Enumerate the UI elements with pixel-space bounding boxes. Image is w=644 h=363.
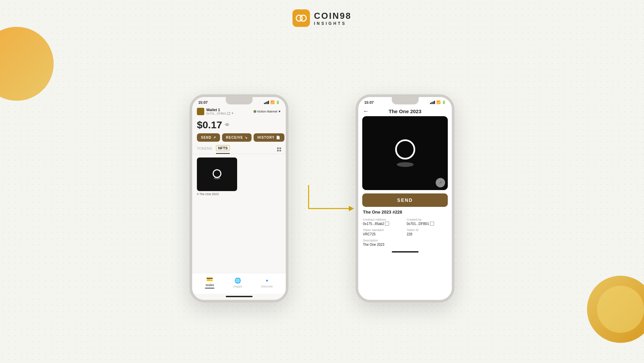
created-by-value: 0x701...DFB01 [407,222,447,226]
header: COIN98 INSIGHTS [292,0,352,34]
share-button[interactable]: ↗ [436,178,445,187]
nft-grid: # The One 2023 [192,154,286,199]
battery-icon: 🔋 [276,100,280,104]
wifi-icon: 📶 [270,100,274,104]
network-dot [254,110,256,113]
copy-creator-icon[interactable] [430,222,434,225]
network-selector[interactable]: Viction Mainnet ▼ [254,110,281,113]
left-phone: 15:07 📶 🔋 [190,94,288,303]
tab-tokens[interactable]: TOKENS [197,146,212,152]
battery-icon-right: 🔋 [442,100,446,104]
spacer [192,199,286,273]
nft-tab-highlight: NFTS [216,145,230,151]
nav-discover[interactable]: 🔹 Discover [261,277,273,288]
token-standard-value: VRC725 [363,232,404,236]
svg-marker-2 [349,206,354,211]
token-standard-label: Token standard [363,228,404,232]
nft-shadow [397,162,414,167]
copy-address-icon[interactable] [227,112,230,115]
balance-amount: $0.17 👁 [197,119,281,131]
token-standard-cell: Token standard VRC725 [363,228,404,236]
token-id-label: Token ID [407,228,447,232]
phones-row: 15:07 📶 🔋 [190,34,454,363]
arrow-svg [288,178,356,219]
detail-header: ← The One 2023 [358,106,452,116]
arrow-container [288,178,356,219]
back-button[interactable]: ← [363,108,369,115]
token-id-value: 228 [407,232,447,236]
send-nft-button[interactable]: SEND [362,193,448,207]
main-content: COIN98 INSIGHTS 15:07 [0,0,644,363]
wallet-avatar [197,108,204,115]
nav-dapps[interactable]: 🌐 Dapps [233,277,242,288]
right-phone: 15:07 📶 🔋 ← The On [356,94,454,303]
network-name: Viction Mainnet [257,110,277,113]
nft-thumbnail [197,157,237,191]
phone-notch-right [392,97,419,104]
copy-contract-icon[interactable] [385,222,389,225]
tabs-row: TOKENS NFTS [192,145,286,154]
nav-wallet[interactable]: 💳 Wallet [205,276,214,290]
token-id-cell: Token ID 228 [407,228,447,236]
signal-icon [264,101,269,104]
description-label: Description [363,239,447,242]
logo-name: COIN98 [314,11,352,21]
wallet-address: 0x701...DFB01 ▼ [206,112,234,115]
bottom-nav: 💳 Wallet 🌐 Dapps 🔹 Discover [192,273,286,294]
created-by-label: Created by [407,218,447,221]
contract-address-cell: Contract Address 0x175...85ab2 [363,218,404,226]
nav-underline [205,288,214,288]
status-icons-right: 📶 🔋 [430,100,446,104]
svg-point-1 [300,15,306,21]
nft-item-name: # The One 2023 [197,192,237,196]
info-grid: Contract Address 0x175...85ab2 Created b… [363,218,447,236]
dapps-nav-icon: 🌐 [234,277,241,284]
time-right: 15:07 [364,100,374,104]
nft-info-title: The One 2023 #228 [363,210,447,215]
receive-button[interactable]: RECEIVE ↘ [222,133,252,142]
detail-title: The One 2023 [389,108,422,114]
nft-info-section: The One 2023 #228 Contract Address 0x175… [358,210,452,236]
logo-sub: INSIGHTS [314,21,346,26]
wifi-icon-right: 📶 [436,100,440,104]
phone-notch-left [226,97,253,104]
coin98-logo-icon [292,9,310,27]
nft-ring [395,139,415,160]
description-section: Description The One 2023 [358,236,452,249]
send-button[interactable]: SEND ↗ [197,133,220,142]
discover-nav-icon: 🔹 [264,277,270,284]
logo-text: COIN98 INSIGHTS [314,11,352,26]
home-indicator-right [392,251,419,253]
nft-mini-logo [212,169,222,179]
left-phone-screen: 15:07 📶 🔋 [192,97,286,300]
signal-icon-right [430,101,435,104]
eye-icon[interactable]: 👁 [225,122,229,128]
balance-section: $0.17 👁 [192,117,286,133]
contract-address-value: 0x175...85ab2 [363,222,404,226]
nft-item[interactable]: # The One 2023 [197,157,237,196]
created-by-cell: Created by 0x701...DFB01 [407,218,447,226]
tab-nfts[interactable]: NFTS [216,145,230,154]
right-phone-screen: 15:07 📶 🔋 ← The On [358,97,452,300]
nft-big-logo [395,139,415,167]
wallet-header: Wallet 1 0x701...DFB01 ▼ Viction Mainnet… [192,106,286,117]
grid-view-toggle[interactable] [277,147,281,151]
description-value: The One 2023 [363,243,447,246]
home-indicator-left [226,296,253,297]
contract-address-label: Contract Address [363,218,404,221]
nft-detail-image: ↗ [362,116,448,190]
time-left: 15:07 [198,100,208,104]
wallet-name: Wallet 1 [206,108,234,112]
wallet-name-block: Wallet 1 0x701...DFB01 ▼ [206,108,234,115]
wallet-nav-icon: 💳 [206,276,213,282]
action-buttons: SEND ↗ RECEIVE ↘ HISTORY 📄 [192,133,286,145]
history-button[interactable]: HISTORY 📄 [254,133,284,142]
wallet-info: Wallet 1 0x701...DFB01 ▼ [197,108,234,115]
status-icons-left: 📶 🔋 [264,100,280,104]
